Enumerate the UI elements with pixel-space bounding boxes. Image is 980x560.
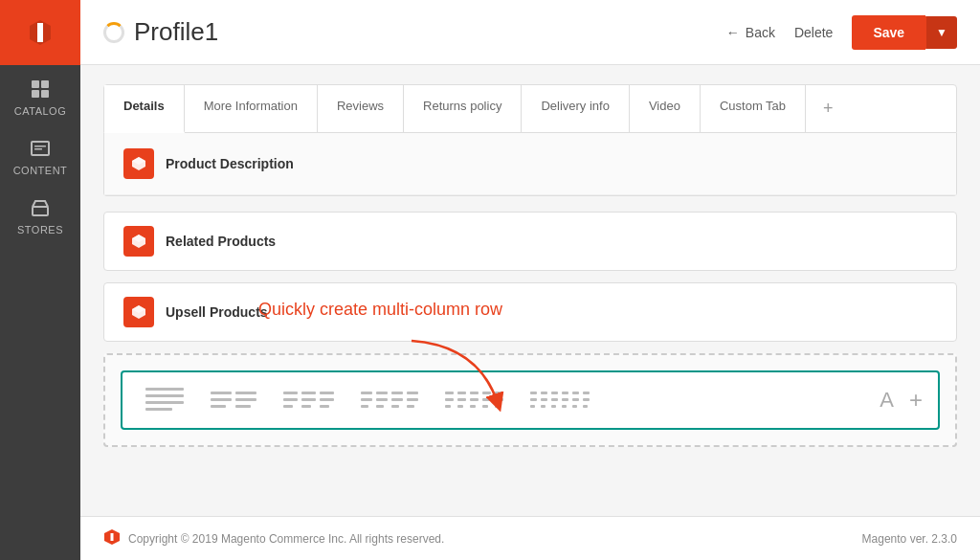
save-button[interactable]: Save	[852, 15, 925, 50]
sidebar-item-stores[interactable]: STORES	[0, 184, 80, 243]
svg-rect-6	[41, 90, 49, 98]
back-button[interactable]: ← Back	[726, 25, 775, 40]
svg-rect-4	[41, 80, 49, 88]
row-selector-wrap: Quickly create multi-column row	[103, 353, 957, 447]
page-content: Details More Information Reviews Returns…	[80, 65, 980, 516]
upsell-products-icon	[123, 297, 154, 327]
svg-rect-9	[34, 148, 42, 150]
footer-logo	[103, 528, 121, 549]
catalog-icon	[30, 78, 51, 101]
related-products-header: Related Products	[104, 213, 956, 270]
stores-label: STORES	[17, 224, 63, 235]
text-format-button[interactable]: A	[880, 388, 894, 413]
header-actions: ← Back Delete Save ▼	[726, 15, 957, 50]
upsell-products-card: Upsell Products	[103, 282, 957, 342]
catalog-label: CATALOG	[14, 105, 66, 117]
sidebar-item-content[interactable]: CONTENT	[0, 124, 80, 184]
stores-icon	[30, 197, 51, 220]
add-row-button[interactable]: +	[909, 389, 923, 412]
tab-custom-tab[interactable]: Custom Tab	[701, 85, 806, 132]
sidebar: CATALOG CONTENT STORES	[0, 0, 80, 560]
content-icon	[30, 138, 51, 161]
col-option-5[interactable]	[437, 388, 511, 414]
tab-panel-details: Product Description	[103, 133, 957, 196]
tab-bar: Details More Information Reviews Returns…	[103, 84, 957, 133]
related-products-title: Related Products	[166, 234, 276, 249]
page-title: Profile1	[134, 17, 218, 47]
tab-delivery-info[interactable]: Delivery info	[522, 85, 630, 132]
col-option-3[interactable]	[276, 388, 342, 414]
save-button-group: Save ▼	[852, 15, 957, 50]
related-products-icon	[123, 226, 154, 257]
content-label: CONTENT	[13, 165, 68, 176]
upsell-products-title: Upsell Products	[166, 304, 268, 320]
product-description-title: Product Description	[166, 156, 294, 171]
column-selector: A +	[121, 370, 940, 430]
page-header: Profile1 ← Back Delete Save ▼	[80, 0, 980, 65]
back-arrow-icon: ←	[726, 25, 740, 40]
col-option-2[interactable]	[203, 388, 264, 414]
svg-rect-10	[33, 207, 48, 215]
tab-returns-policy[interactable]: Returns policy	[404, 85, 522, 132]
product-description-section: Product Description	[104, 133, 956, 195]
upsell-products-header: Upsell Products	[104, 283, 956, 341]
tab-video[interactable]: Video	[630, 85, 701, 132]
svg-rect-2	[37, 23, 43, 42]
tab-more-information[interactable]: More Information	[185, 85, 318, 132]
svg-rect-8	[34, 146, 46, 147]
tab-details[interactable]: Details	[104, 85, 185, 133]
col-option-6[interactable]	[523, 388, 597, 414]
page-footer: Copyright © 2019 Magento Commerce Inc. A…	[80, 516, 980, 560]
related-products-card: Related Products	[103, 212, 957, 271]
copyright-text: Copyright © 2019 Magento Commerce Inc. A…	[128, 532, 444, 546]
header-left: Profile1	[103, 17, 218, 47]
add-tab-button[interactable]: +	[806, 85, 851, 132]
svg-rect-3	[32, 80, 39, 88]
col-option-4[interactable]	[353, 388, 426, 414]
version-text: Magento ver. 2.3.0	[862, 532, 957, 546]
col-option-1[interactable]	[138, 384, 191, 416]
svg-rect-5	[32, 90, 39, 98]
svg-rect-13	[111, 533, 114, 541]
magento-logo	[0, 0, 80, 65]
selector-right-actions: A +	[880, 388, 923, 413]
product-description-icon	[123, 148, 154, 179]
loading-spinner	[103, 22, 124, 43]
footer-left: Copyright © 2019 Magento Commerce Inc. A…	[103, 528, 444, 549]
delete-button[interactable]: Delete	[794, 25, 833, 40]
save-dropdown-button[interactable]: ▼	[925, 16, 957, 49]
main-content: Profile1 ← Back Delete Save ▼ Details Mo…	[80, 0, 980, 560]
tab-reviews[interactable]: Reviews	[318, 85, 404, 132]
sidebar-item-catalog[interactable]: CATALOG	[0, 65, 80, 124]
